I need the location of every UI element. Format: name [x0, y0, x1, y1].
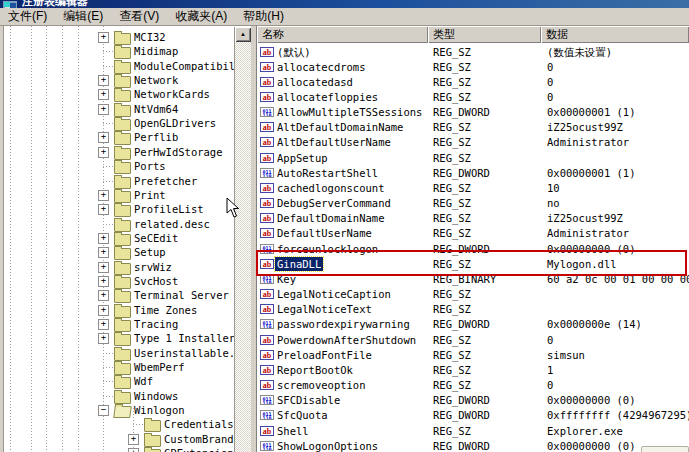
- tree-item-userinstallable-d[interactable]: Userinstallable.d: [0, 346, 252, 360]
- column-header-数据[interactable]: 数据: [541, 26, 689, 43]
- registry-value-row-powerdownaftershutdown[interactable]: PowerdownAfterShutdownREG_SZ0: [257, 333, 689, 348]
- expand-toggle-icon[interactable]: +: [98, 104, 109, 115]
- registry-value-row-默认[interactable]: (默认)REG_SZ(数值未设置): [257, 45, 689, 60]
- registry-value-row-allocatedasd[interactable]: allocatedasdREG_SZ0: [257, 75, 689, 90]
- registry-value-row-sfcquota[interactable]: SfcQuotaREG_DWORD0xffffffff (4294967295): [257, 408, 689, 423]
- tree-item-svchost[interactable]: +SvcHost: [0, 274, 252, 288]
- value-name[interactable]: ReportBootOk: [277, 363, 353, 377]
- value-name[interactable]: passwordexpirywarning: [277, 317, 410, 331]
- tree-item-label[interactable]: Ports: [132, 159, 168, 173]
- expand-toggle-icon[interactable]: +: [98, 147, 109, 158]
- tree-item-wbemperf[interactable]: WbemPerf: [0, 360, 252, 374]
- tree-item-label[interactable]: Tracing: [132, 317, 180, 331]
- tree-vertical-scrollbar[interactable]: ▲: [234, 27, 251, 452]
- tree-item-label[interactable]: Terminal Server: [132, 288, 231, 302]
- tree-item-mci32[interactable]: +MCI32: [0, 30, 252, 44]
- tree-item-type-1-installer[interactable]: +Type 1 Installer: [0, 331, 252, 345]
- tree-item-network[interactable]: +Network: [0, 73, 252, 87]
- value-name[interactable]: AppSetup: [277, 151, 328, 165]
- tree-item-label[interactable]: Windows: [132, 389, 180, 403]
- tree-item-label[interactable]: Winlogon: [132, 403, 187, 417]
- expand-toggle-icon[interactable]: +: [98, 89, 109, 100]
- tree-item-networkcards[interactable]: +NetworkCards: [0, 87, 252, 101]
- tree-item-ports[interactable]: Ports: [0, 159, 252, 173]
- tree-item-perhwidstorage[interactable]: +PerHwIdStorage: [0, 145, 252, 159]
- tree-item-credentials[interactable]: Credentials: [0, 417, 252, 431]
- tree-item-opengldrivers[interactable]: OpenGLDrivers: [0, 116, 252, 130]
- expand-toggle-icon[interactable]: +: [98, 75, 109, 86]
- tree-item-label[interactable]: SvcHost: [132, 274, 180, 288]
- registry-value-row-defaultusername[interactable]: DefaultUserNameREG_SZAdministrator: [257, 226, 689, 241]
- tree-item-ntvdm64[interactable]: +NtVdm64: [0, 102, 252, 116]
- value-name[interactable]: LegalNoticeText: [277, 302, 372, 316]
- tree-item-label[interactable]: GPExtensions: [162, 446, 242, 452]
- tree-item-label[interactable]: Wdf: [132, 374, 155, 388]
- expand-toggle-icon[interactable]: +: [98, 319, 109, 330]
- registry-value-row-allocatefloppies[interactable]: allocatefloppiesREG_SZ0: [257, 90, 689, 105]
- expand-toggle-icon[interactable]: +: [98, 32, 109, 43]
- tree-item-terminal-server[interactable]: +Terminal Server: [0, 288, 252, 302]
- tree-item-setup[interactable]: +Setup: [0, 245, 252, 259]
- tree-item-label[interactable]: Network: [132, 73, 180, 87]
- tree-item-print[interactable]: +Print: [0, 188, 252, 202]
- tree-item-windows[interactable]: Windows: [0, 389, 252, 403]
- tree-item-label[interactable]: ProfileList: [132, 202, 206, 216]
- value-name[interactable]: SFCDisable: [277, 393, 340, 407]
- tree-item-label[interactable]: NetworkCards: [132, 87, 212, 101]
- value-name[interactable]: AltDefaultDomainName: [277, 120, 403, 134]
- tree-item-label[interactable]: Credentials: [162, 417, 236, 431]
- tree-item-label[interactable]: Type 1 Installer: [132, 331, 237, 345]
- tree-item-label[interactable]: Userinstallable.d: [132, 346, 243, 360]
- expand-toggle-icon[interactable]: +: [98, 276, 109, 287]
- expand-toggle-icon[interactable]: +: [98, 333, 109, 344]
- tree-item-time-zones[interactable]: +Time Zones: [0, 303, 252, 317]
- registry-value-row-shell[interactable]: ShellREG_SZExplorer.exe: [257, 424, 689, 439]
- value-name[interactable]: (默认): [277, 45, 311, 59]
- registry-value-row-legalnoticetext[interactable]: LegalNoticeTextREG_SZ: [257, 302, 689, 317]
- registry-value-row-allowmultipletssessions[interactable]: AllowMultipleTSSessionsREG_DWORD0x000000…: [257, 105, 689, 120]
- value-name[interactable]: ShowLogonOptions: [277, 439, 378, 452]
- registry-value-row-preloadfontfile[interactable]: PreloadFontFileREG_SZsimsun: [257, 348, 689, 363]
- value-name[interactable]: AllowMultipleTSSessions: [277, 105, 422, 119]
- expand-toggle-icon[interactable]: +: [98, 204, 109, 215]
- tree-item-label[interactable]: related.desc: [132, 217, 212, 231]
- tree-item-tracing[interactable]: +Tracing: [0, 317, 252, 331]
- tree-item-label[interactable]: CustomBrand: [162, 432, 236, 446]
- column-header-名称[interactable]: 名称: [257, 26, 428, 43]
- menu-item-收藏夹-a[interactable]: 收藏夹(A): [167, 8, 235, 25]
- expand-toggle-icon[interactable]: +: [128, 448, 139, 452]
- tree-item-label[interactable]: NtVdm64: [132, 102, 180, 116]
- value-name[interactable]: PreloadFontFile: [277, 348, 372, 362]
- tree-item-related-desc[interactable]: related.desc: [0, 217, 252, 231]
- tree-item-label[interactable]: SeCEdit: [132, 231, 180, 245]
- tree-item-label[interactable]: WbemPerf: [132, 360, 187, 374]
- registry-value-row-scremoveoption[interactable]: scremoveoptionREG_SZ0: [257, 378, 689, 393]
- tree-item-label[interactable]: OpenGLDrivers: [132, 116, 218, 130]
- expand-toggle-icon[interactable]: +: [98, 247, 109, 258]
- registry-value-row-cachedlogonscount[interactable]: cachedlogonscountREG_SZ10: [257, 181, 689, 196]
- tree-item-label[interactable]: PerHwIdStorage: [132, 145, 225, 159]
- menu-item-文件-f[interactable]: 文件(F): [0, 8, 55, 25]
- registry-value-row-altdefaultdomainname[interactable]: AltDefaultDomainNameREG_SZiZ25ocust99Z: [257, 120, 689, 135]
- registry-value-row-altdefaultusername[interactable]: AltDefaultUserNameREG_SZAdministrator: [257, 135, 689, 150]
- tree-item-srvwiz[interactable]: +srvWiz: [0, 260, 252, 274]
- expand-toggle-icon[interactable]: +: [98, 290, 109, 301]
- menu-item-查看-v[interactable]: 查看(V): [111, 8, 167, 25]
- value-name[interactable]: allocatecdroms: [277, 60, 366, 74]
- registry-value-row-appsetup[interactable]: AppSetupREG_SZ: [257, 151, 689, 166]
- tree-item-label[interactable]: MCI32: [132, 30, 168, 44]
- registry-value-row-reportbootok[interactable]: ReportBootOkREG_SZ1: [257, 363, 689, 378]
- registry-value-row-allocatecdroms[interactable]: allocatecdromsREG_SZ0: [257, 60, 689, 75]
- tree-item-label[interactable]: Midimap: [132, 44, 180, 58]
- registry-value-row-debugservercommand[interactable]: DebugServerCommandREG_SZno: [257, 196, 689, 211]
- expand-toggle-icon[interactable]: +: [128, 434, 139, 445]
- value-name[interactable]: LegalNoticeCaption: [277, 287, 391, 301]
- tree-item-label[interactable]: ModuleCompatibili: [132, 59, 243, 73]
- tree-item-profilelist[interactable]: +ProfileList: [0, 202, 252, 216]
- tree-item-label[interactable]: Print: [132, 188, 168, 202]
- value-name[interactable]: allocatedasd: [277, 75, 353, 89]
- expand-toggle-icon[interactable]: +: [98, 190, 109, 201]
- expand-toggle-icon[interactable]: +: [98, 262, 109, 273]
- value-name[interactable]: SfcQuota: [277, 408, 328, 422]
- value-name[interactable]: Shell: [277, 424, 309, 438]
